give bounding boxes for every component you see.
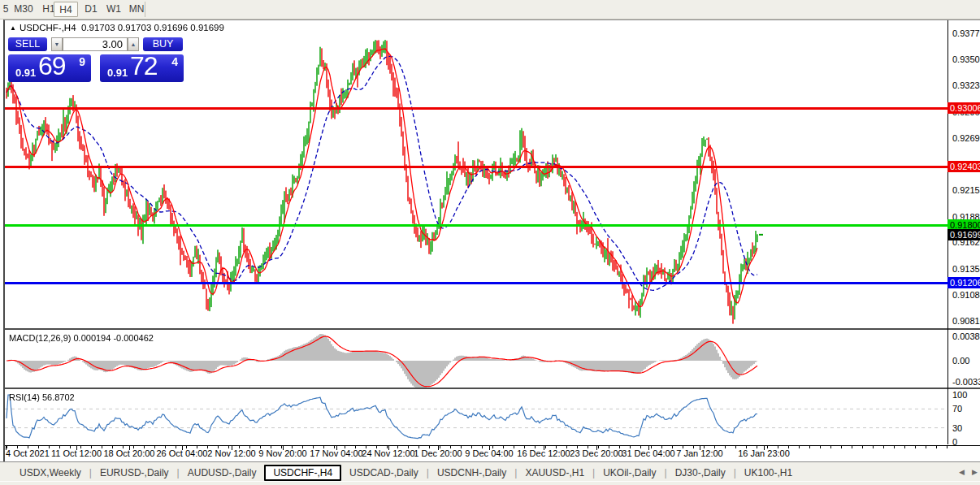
collapse-triangle-icon[interactable]: ▲ [10,24,16,32]
buy-price-sup: 4 [171,55,178,68]
chart-tabs: USDX,Weekly|EURUSD-,Daily|AUDUSD-,DailyU… [11,464,800,481]
time-axis-major-tick [388,446,389,450]
rsi-axis-tick: 70 [952,404,962,414]
price-axis-tick: 0.91080 [952,290,980,300]
ohlc-high: 0.91703 [118,23,152,32]
time-axis[interactable]: 4 Oct 202111 Oct 12:0018 Oct 20:0026 Oct… [5,445,980,462]
price-axis-tick: 0.91350 [952,264,980,274]
sell-price-sup: 9 [79,55,85,68]
time-axis-major-tick [596,446,597,450]
buy-price-display[interactable]: 0.91 72 4 [100,54,184,82]
time-axis-minor-tick [926,446,926,448]
time-axis-major-tick [129,446,130,450]
chart-title: ▲USDCHF-,H4 0.91703 0.91703 0.91696 0.91… [10,23,224,32]
chart-tab-dj30-daily[interactable]: DJ30-,Daily [667,466,734,480]
ohlc-open: 0.91703 [81,23,115,32]
time-axis-minor-tick [809,446,810,448]
time-axis-major-tick [76,446,77,450]
level-price-badge: 0.93006 [947,102,980,114]
time-axis-major-tick [700,446,700,450]
time-axis-major-tick [336,446,337,450]
rsi-pane[interactable]: RSI(14) 56.8702 [5,391,947,444]
timeframe-toolbar: 5M30H1H4D1W1MN [0,0,980,19]
time-axis-minor-tick [947,446,947,448]
buy-price-big: 72 [130,51,158,81]
chart-window: ▲USDCHF-,H4 0.91703 0.91703 0.91696 0.91… [3,19,980,461]
time-axis-minor-tick [936,446,937,448]
buy-button[interactable]: BUY [143,37,183,51]
price-axis-tick: 0.93505 [952,54,980,64]
time-axis-label: 4 Oct 2021 [6,448,50,458]
chart-tab-uk100-h1[interactable]: UK100-,H1 [736,466,800,480]
macd-axis-tick: -0.0033 [952,377,980,387]
sell-button[interactable]: SELL [8,37,47,51]
time-axis-major-tick [232,446,232,450]
ohlc-low: 0.91696 [154,23,189,32]
price-axis-tick: 0.92695 [952,133,980,143]
chart-tab-ukoil-daily[interactable]: UKOil-,Daily [595,466,664,480]
time-axis-minor-tick [873,446,874,448]
chart-tab-usdcnh-daily[interactable]: USDCNH-,Daily [429,466,514,480]
time-axis-minor-tick [852,446,852,448]
macd-pane[interactable]: MACD(12,26,9) 0.000194 -0.000462 [5,331,947,388]
horizontal-level-line[interactable] [5,107,947,110]
time-axis-major-tick [764,446,765,450]
price-axis-tick: 0.93235 [952,80,980,90]
horizontal-level-line[interactable] [5,166,947,168]
time-axis-major-tick [544,446,544,450]
rsi-chart-canvas[interactable] [5,391,947,444]
timeframe-button-m30[interactable]: M30 [11,2,36,17]
chart-tab-usdcad-daily[interactable]: USDCAD-,Daily [341,466,427,480]
level-price-badge: 0.92403 [947,161,980,172]
status-strip [0,481,980,485]
time-axis-minor-tick [904,446,905,448]
timeframe-button-h4[interactable]: H4 [54,2,78,17]
lot-increase-button[interactable]: ▲ [128,37,139,51]
price-axis-tick: 0.92155 [952,185,980,195]
ohlc-close: 0.91699 [190,23,224,32]
time-axis-minor-tick [841,446,842,448]
pane-splitter[interactable] [5,388,980,389]
lot-size-input[interactable] [63,37,128,51]
time-axis-major-tick [648,446,649,450]
horizontal-level-line[interactable] [5,224,947,227]
rsi-axis-tick: 0 [952,437,957,447]
tabs-scroll-right-icon[interactable]: ▶ [972,468,978,476]
level-price-badge: 0.91206 [947,277,980,288]
time-axis-minor-tick [915,446,916,448]
chart-symbol: USDCHF-,H4 [20,23,76,32]
time-axis-minor-tick [799,446,800,448]
time-axis-minor-tick [894,446,895,448]
time-axis-minor-tick [830,446,831,448]
time-axis-major-tick [438,446,439,450]
horizontal-level-line[interactable] [5,282,947,284]
lot-decrease-button[interactable]: ▼ [51,37,63,51]
chart-tab-xauusd-h1[interactable]: XAUUSD-,H1 [517,466,592,480]
time-axis-major-tick [489,446,490,450]
chart-tab-audusd-daily[interactable]: AUDUSD-,Daily [180,466,265,480]
time-axis-minor-tick [514,446,514,448]
timeframe-button-d1[interactable]: D1 [80,2,102,17]
toolbar-separator [145,2,145,17]
sell-price-big: 69 [38,51,66,81]
timeframe-button-5[interactable]: 5 [2,2,10,17]
time-axis-minor-tick [862,446,863,448]
sell-price-prefix: 0.91 [15,67,36,79]
macd-label: MACD(12,26,9) 0.000194 -0.000462 [9,333,154,343]
time-axis-minor-tick [725,446,726,448]
rsi-axis-tick: 100 [952,390,967,400]
chart-tab-bar: USDX,Weekly|EURUSD-,Daily|AUDUSD-,DailyU… [0,461,980,485]
chart-tab-usdchf-h4[interactable]: USDCHF-,H4 [264,465,341,481]
time-axis-minor-tick [102,446,102,448]
chart-tab-usdx-weekly[interactable]: USDX,Weekly [11,466,89,480]
pane-splitter[interactable] [5,328,980,330]
price-axis-tick: 0.90810 [952,316,980,326]
time-axis-major-tick [6,446,7,450]
chart-tab-eurusd-daily[interactable]: EURUSD-,Daily [92,466,177,480]
current-price-badge: 0.91699 [947,229,980,240]
sell-price-display[interactable]: 0.91 69 9 [8,54,91,82]
macd-axis-tick: 0.00 [952,356,969,366]
timeframe-button-w1[interactable]: W1 [102,2,125,17]
buy-price-prefix: 0.91 [107,67,128,79]
tabs-scroll-left-icon[interactable]: ◀ [959,468,965,476]
